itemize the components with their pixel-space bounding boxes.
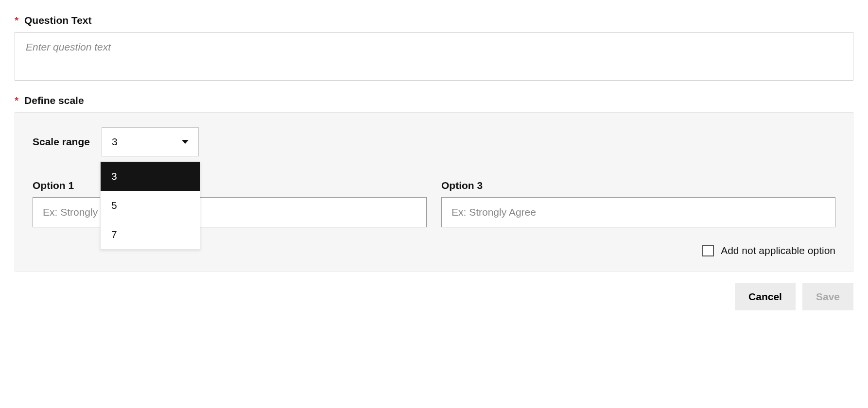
scale-range-select-wrapper: 3 3 5 7 — [102, 127, 199, 156]
not-applicable-label: Add not applicable option — [721, 245, 835, 256]
define-scale-label-text: Define scale — [24, 95, 84, 106]
scale-range-option-7[interactable]: 7 — [101, 220, 200, 249]
cancel-button[interactable]: Cancel — [735, 283, 796, 310]
option-1-field: Option 1 — [33, 180, 427, 227]
question-text-label: * Question Text — [15, 15, 853, 26]
required-star-icon: * — [15, 15, 18, 26]
scale-range-dropdown: 3 5 7 — [100, 161, 200, 250]
not-applicable-checkbox[interactable] — [702, 245, 714, 256]
scale-range-row: Scale range 3 3 5 7 — [33, 127, 835, 156]
option-1-label: Option 1 — [33, 180, 427, 191]
save-button[interactable]: Save — [802, 283, 853, 310]
option-1-input[interactable] — [33, 197, 427, 227]
option-3-label: Option 3 — [441, 180, 835, 191]
option-3-field: Option 3 — [441, 180, 835, 227]
scale-range-selected-value: 3 — [112, 136, 118, 148]
option-3-input[interactable] — [441, 197, 835, 227]
scale-range-select[interactable]: 3 — [102, 127, 199, 156]
footer-buttons: Cancel Save — [15, 283, 853, 310]
question-text-field: * Question Text — [15, 15, 853, 83]
scale-panel: Scale range 3 3 5 7 Option 1 Option 3 — [15, 112, 853, 272]
define-scale-label: * Define scale — [15, 95, 853, 106]
define-scale-field: * Define scale Scale range 3 3 5 7 Optio… — [15, 95, 853, 272]
required-star-icon: * — [15, 95, 18, 106]
scale-range-option-5[interactable]: 5 — [101, 191, 200, 220]
chevron-down-icon — [182, 140, 189, 144]
question-text-label-text: Question Text — [24, 15, 91, 26]
question-text-input[interactable] — [15, 32, 853, 81]
scale-range-label: Scale range — [33, 136, 90, 148]
scale-range-option-3[interactable]: 3 — [101, 162, 200, 191]
